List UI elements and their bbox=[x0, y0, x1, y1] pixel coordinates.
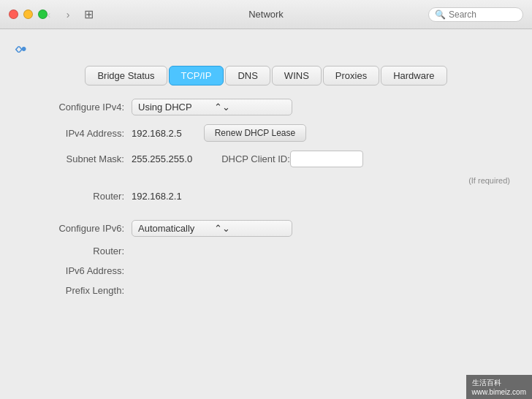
back-arrow-icon[interactable]: ‹ bbox=[40, 7, 58, 22]
tab-dns[interactable]: DNS bbox=[225, 66, 270, 86]
section-divider bbox=[22, 210, 510, 211]
configure-ipv4-label: Configure IPv4: bbox=[22, 102, 124, 113]
subnet-mask-label: Subnet Mask: bbox=[22, 153, 124, 164]
if-required-row: (If required) bbox=[22, 176, 510, 185]
forward-arrow-icon[interactable]: › bbox=[59, 7, 77, 22]
minimize-button[interactable] bbox=[23, 10, 33, 19]
titlebar: ‹ › ⊞ Network 🔍 bbox=[0, 0, 532, 29]
configure-ipv4-select[interactable]: Using DHCP ⌃⌄ bbox=[132, 99, 292, 115]
watermark: 生活百科 www.bimeiz.com bbox=[466, 375, 532, 399]
configure-ipv4-row: Configure IPv4: Using DHCP ⌃⌄ bbox=[22, 99, 510, 115]
nav-arrows: ‹ › ⊞ bbox=[40, 7, 88, 22]
renew-dhcp-button[interactable]: Renew DHCP Lease bbox=[204, 124, 307, 142]
router-ipv4-value: 192.168.2.1 bbox=[132, 191, 182, 202]
router-ipv4-row: Router: 192.168.2.1 bbox=[22, 191, 510, 202]
tab-bar: Bridge Status TCP/IP DNS WINS Proxies Ha… bbox=[0, 66, 532, 86]
apps-grid-icon[interactable]: ⊞ bbox=[84, 7, 94, 21]
router-ipv6-label: Router: bbox=[22, 246, 124, 256]
configure-ipv6-label: Configure IPv6: bbox=[22, 223, 124, 234]
if-required-text: (If required) bbox=[468, 176, 510, 185]
configure-ipv6-row: Configure IPv6: Automatically ⌃⌄ bbox=[22, 220, 510, 237]
window-title: Network bbox=[248, 9, 284, 20]
ipv4-address-row: IPv4 Address: 192.168.2.5 Renew DHCP Lea… bbox=[22, 124, 510, 142]
configure-ipv6-select[interactable]: Automatically ⌃⌄ bbox=[132, 220, 292, 237]
breadcrumb-nav-icon[interactable]: ‹›• bbox=[15, 39, 24, 58]
search-bar[interactable]: 🔍 bbox=[428, 7, 523, 22]
tab-wins[interactable]: WINS bbox=[272, 66, 322, 86]
tab-hardware[interactable]: Hardware bbox=[381, 66, 446, 86]
subnet-mask-row: Subnet Mask: 255.255.255.0 DHCP Client I… bbox=[22, 151, 510, 167]
router-ipv4-label: Router: bbox=[22, 191, 124, 202]
tab-tcp-ip[interactable]: TCP/IP bbox=[169, 66, 224, 86]
router-ipv6-row: Router: bbox=[22, 246, 510, 256]
search-icon: 🔍 bbox=[435, 10, 446, 20]
ipv6-address-label: IPv6 Address: bbox=[22, 265, 124, 276]
chevron-up-down-ipv6-icon: ⌃⌄ bbox=[214, 223, 286, 234]
ipv4-address-label: IPv4 Address: bbox=[22, 128, 124, 139]
search-input[interactable] bbox=[449, 10, 517, 20]
ipv6-address-row: IPv6 Address: bbox=[22, 265, 510, 276]
ipv4-address-value: 192.168.2.5 bbox=[132, 128, 182, 139]
prefix-length-label: Prefix Length: bbox=[22, 285, 124, 296]
dhcp-client-id-input[interactable] bbox=[290, 151, 363, 167]
tab-proxies[interactable]: Proxies bbox=[323, 66, 379, 86]
dhcp-client-id-label: DHCP Client ID: bbox=[221, 153, 290, 164]
form-area: Configure IPv4: Using DHCP ⌃⌄ IPv4 Addre… bbox=[0, 99, 532, 296]
close-button[interactable] bbox=[9, 10, 18, 19]
tab-bridge-status[interactable]: Bridge Status bbox=[85, 66, 167, 86]
chevron-up-down-icon: ⌃⌄ bbox=[214, 102, 286, 113]
subnet-mask-value: 255.255.255.0 bbox=[132, 153, 192, 164]
prefix-length-row: Prefix Length: bbox=[22, 285, 510, 296]
breadcrumb-area: ‹›• bbox=[0, 29, 532, 66]
